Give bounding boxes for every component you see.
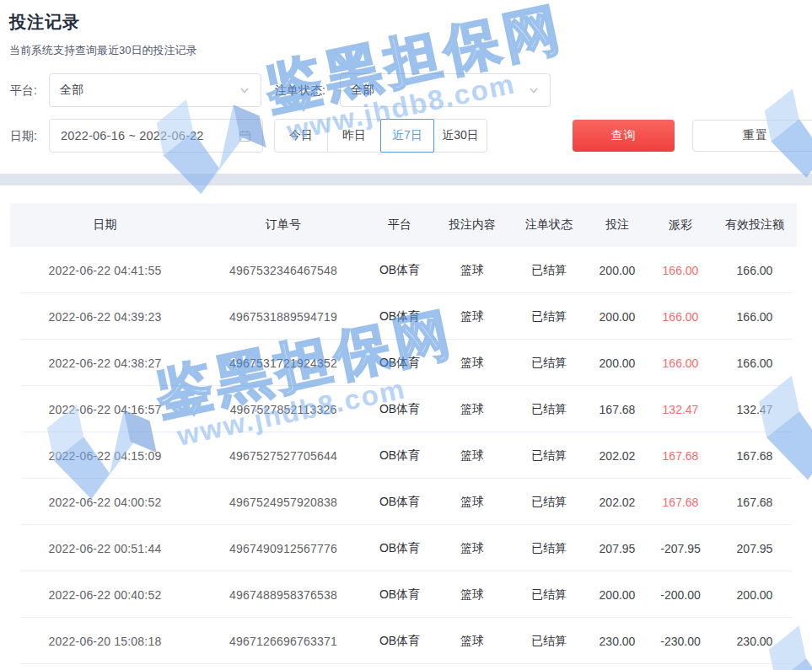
cell-platform: OB体育 <box>367 402 433 417</box>
table-row: 2022-06-22 00:40:524967488958376538OB体育篮… <box>10 571 797 618</box>
cell-valid: 166.00 <box>713 264 797 277</box>
cell-platform: OB体育 <box>367 263 433 278</box>
cell-payout: 166.00 <box>648 264 713 277</box>
cell-date: 2022-06-22 04:15:09 <box>10 449 200 463</box>
cell-bet: 200.00 <box>586 310 648 324</box>
cell-payout: -207.95 <box>648 542 713 555</box>
cell-valid: 132.47 <box>713 403 797 416</box>
column-header: 投注 <box>586 217 648 233</box>
date-label: 日期: <box>10 119 37 153</box>
cell-order: 4967531721924352 <box>200 356 367 370</box>
cell-date: 2022-06-22 00:40:52 <box>10 588 200 602</box>
cell-order: 4967490912567776 <box>200 542 367 555</box>
column-header: 派彩 <box>648 217 713 233</box>
cell-platform: OB体育 <box>367 634 433 649</box>
cell-platform: OB体育 <box>367 309 433 324</box>
table-row: 2022-06-22 00:51:444967490912567776OB体育篮… <box>10 525 797 571</box>
cell-status: 已结算 <box>512 263 586 278</box>
cell-order: 4967532346467548 <box>200 264 367 277</box>
cell-date: 2022-06-22 04:16:57 <box>10 403 200 416</box>
table-row: 2022-06-22 04:15:094967527527705644OB体育篮… <box>10 432 797 479</box>
cell-platform: OB体育 <box>367 587 433 603</box>
cell-date: 2022-06-22 04:00:52 <box>10 496 200 509</box>
cell-valid: 167.68 <box>713 496 797 509</box>
chevron-down-icon <box>239 84 250 96</box>
column-header: 投注内容 <box>433 217 512 233</box>
cell-date: 2022-06-22 04:38:27 <box>10 356 200 370</box>
cell-payout: 132.47 <box>648 403 713 416</box>
quick-range-button[interactable]: 今日 <box>274 119 328 153</box>
cell-status: 已结算 <box>512 587 586 603</box>
cell-bet: 200.00 <box>586 356 648 370</box>
cell-content: 篮球 <box>433 541 512 556</box>
chevron-down-icon <box>528 84 540 96</box>
cell-content: 篮球 <box>433 634 512 649</box>
table-header-row: 日期订单号平台投注内容注单状态投注派彩有效投注额 <box>10 203 797 247</box>
column-header: 订单号 <box>200 217 367 233</box>
reset-button[interactable]: 重置 <box>692 120 812 152</box>
cell-content: 篮球 <box>433 402 512 417</box>
cell-payout: 167.68 <box>648 449 713 463</box>
column-header: 日期 <box>10 217 200 233</box>
cell-valid: 167.68 <box>713 449 797 463</box>
status-label: 注单状态: <box>275 73 325 107</box>
cell-bet: 207.95 <box>586 542 648 555</box>
section-divider-band <box>0 174 812 185</box>
platform-select-value: 全部 <box>60 83 239 98</box>
date-range-input[interactable]: 2022-06-16 ~ 2022-06-22 <box>49 119 263 153</box>
table-row: 2022-06-22 04:39:234967531889594719OB体育篮… <box>10 293 797 340</box>
cell-valid: 207.95 <box>713 542 797 555</box>
page-title: 投注记录 <box>9 11 80 34</box>
cell-status: 已结算 <box>512 634 586 649</box>
cell-payout: 166.00 <box>648 310 713 324</box>
cell-bet: 202.02 <box>586 496 648 509</box>
cell-platform: OB体育 <box>367 495 433 510</box>
cell-platform: OB体育 <box>367 448 433 464</box>
cell-valid: 200.00 <box>713 588 797 602</box>
column-header: 有效投注额 <box>713 217 797 233</box>
quick-range-button[interactable]: 近30日 <box>433 119 487 153</box>
table-body: 2022-06-22 04:41:554967532346467548OB体育篮… <box>10 247 797 664</box>
calendar-icon <box>239 130 251 142</box>
cell-order: 4967488958376538 <box>200 588 367 602</box>
cell-date: 2022-06-20 15:08:18 <box>10 635 200 648</box>
platform-label: 平台: <box>10 73 37 107</box>
cell-payout: -200.00 <box>648 588 713 602</box>
quick-range-group: 今日昨日近7日近30日 <box>274 119 487 153</box>
table-row: 2022-06-22 04:41:554967532346467548OB体育篮… <box>10 247 797 293</box>
cell-payout: 167.68 <box>648 496 713 509</box>
cell-order: 4967527852113326 <box>200 403 367 416</box>
cell-status: 已结算 <box>512 356 586 371</box>
cell-bet: 200.00 <box>586 588 648 602</box>
cell-status: 已结算 <box>512 448 586 464</box>
cell-status: 已结算 <box>512 402 586 417</box>
bet-records-table: 日期订单号平台投注内容注单状态投注派彩有效投注额 2022-06-22 04:4… <box>10 203 797 664</box>
cell-order: 4967531889594719 <box>200 310 367 324</box>
column-header: 平台 <box>367 217 433 233</box>
cell-valid: 166.00 <box>713 310 797 324</box>
query-button[interactable]: 查询 <box>573 120 675 152</box>
table-row: 2022-06-22 04:38:274967531721924352OB体育篮… <box>10 340 797 386</box>
cell-status: 已结算 <box>512 309 586 324</box>
status-select-value: 全部 <box>351 83 528 98</box>
cell-bet: 200.00 <box>586 264 648 277</box>
cell-payout: -230.00 <box>648 635 713 648</box>
table-row: 2022-06-22 04:00:524967524957920838OB体育篮… <box>10 479 797 525</box>
cell-date: 2022-06-22 04:39:23 <box>10 310 200 324</box>
cell-content: 篮球 <box>433 448 512 464</box>
cell-status: 已结算 <box>512 541 586 556</box>
cell-content: 篮球 <box>433 263 512 278</box>
cell-platform: OB体育 <box>367 541 433 556</box>
cell-platform: OB体育 <box>367 356 433 371</box>
status-select[interactable]: 全部 <box>340 73 551 107</box>
platform-select[interactable]: 全部 <box>49 73 261 107</box>
cell-payout: 166.00 <box>648 356 713 370</box>
table-row: 2022-06-22 04:16:574967527852113326OB体育篮… <box>10 386 797 432</box>
cell-content: 篮球 <box>433 587 512 603</box>
date-range-value: 2022-06-16 ~ 2022-06-22 <box>61 129 239 142</box>
quick-range-button[interactable]: 昨日 <box>327 119 381 153</box>
cell-order: 4967126696763371 <box>200 635 367 648</box>
cell-bet: 202.02 <box>586 449 648 463</box>
page-subtitle: 当前系统支持查询最近30日的投注记录 <box>9 43 196 58</box>
quick-range-button[interactable]: 近7日 <box>380 119 434 153</box>
